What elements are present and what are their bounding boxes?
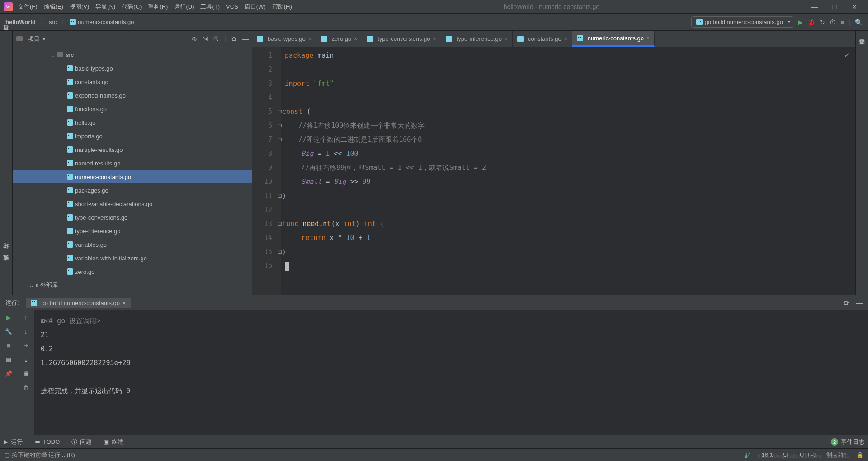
lock-icon[interactable]: 🔒 (856, 452, 863, 458)
tree-file[interactable]: functions.go (13, 102, 252, 116)
pin-icon[interactable]: 📌 (5, 370, 12, 377)
todo-tool-button[interactable]: ≔ TODO (34, 438, 60, 445)
tree-external-libs[interactable]: ⌄⫾ 外部库 (13, 278, 252, 292)
editor-tab[interactable]: numeric-constants.go× (572, 31, 655, 47)
tree-file[interactable]: packages.go (13, 183, 252, 197)
tree-file[interactable]: basic-types.go (13, 61, 252, 75)
hide-icon[interactable]: — (856, 299, 863, 306)
coverage-icon[interactable]: ↻ (820, 19, 825, 26)
tree-folder-src[interactable]: ⌄src (13, 48, 252, 61)
run-tab[interactable]: go build numeric-constants.go × (26, 298, 131, 308)
search-icon[interactable]: 🔍 (855, 19, 863, 26)
profile-icon[interactable]: ⏱ (830, 19, 836, 26)
down-arrow-icon[interactable]: ↓ (24, 328, 28, 335)
tree-file[interactable]: variables.go (13, 238, 252, 251)
print-icon[interactable]: 🖶 (23, 370, 29, 377)
run-tool-buttons-right: ↑ ↓ ⇥ ⤓ 🖶 🗑 (17, 310, 34, 435)
layout-icon[interactable]: ▤ (6, 356, 11, 363)
run-tool-button[interactable]: ▶ 运行 (4, 438, 23, 446)
editor-tab[interactable]: zero.go× (316, 31, 362, 47)
problems-tool-button[interactable]: ⓘ 问题 (71, 438, 92, 446)
editor-gutter: 12345678910111213141516 (252, 47, 281, 295)
locate-icon[interactable]: ⊕ (192, 35, 197, 42)
expand-all-icon[interactable]: ⇲ (203, 35, 208, 42)
tree-file[interactable]: multiple-results.go (13, 143, 252, 156)
tree-file[interactable]: exported-names.go (13, 89, 252, 102)
editor-area: basic-types.go×zero.go×type-conversions.… (252, 31, 855, 295)
tree-file[interactable]: short-variable-declarations.go (13, 197, 252, 211)
editor-tabs: basic-types.go×zero.go×type-conversions.… (252, 31, 855, 47)
soft-wrap-icon[interactable]: ⇥ (24, 342, 28, 349)
collapse-all-icon[interactable]: ⇱ (213, 35, 219, 42)
run-tool-window: 运行: go build numeric-constants.go × ✿ — … (0, 295, 868, 435)
tree-file[interactable]: type-inference.go (13, 224, 252, 238)
stop-icon[interactable]: ■ (840, 19, 844, 26)
debug-button-icon[interactable]: 🐞 (807, 19, 815, 26)
menu-tools[interactable]: 工具(T) (200, 3, 220, 11)
menu-code[interactable]: 代码(C) (122, 3, 142, 11)
window-maximize-icon[interactable]: □ (825, 3, 844, 10)
menu-edit[interactable]: 编辑(E) (44, 3, 63, 11)
tree-file[interactable]: constants.go (13, 75, 252, 89)
close-icon[interactable]: × (354, 36, 357, 42)
run-output[interactable]: ⊞<4 go 设置调用>210.21.2676506002282295e+29 … (34, 310, 868, 435)
breadcrumb-root[interactable]: helloWorld (5, 19, 36, 25)
menu-navigate[interactable]: 导航(N) (95, 3, 115, 11)
window-close-icon[interactable]: ✕ (844, 3, 864, 10)
tree-file[interactable]: zero.go (13, 265, 252, 278)
menu-run[interactable]: 运行(U) (174, 3, 194, 11)
trash-icon[interactable]: 🗑 (23, 384, 29, 391)
close-icon[interactable]: × (433, 36, 436, 42)
editor-code[interactable]: package mainimport "fmt"⊟const (⊟ //将1左移… (281, 47, 855, 295)
go-file-icon (70, 19, 76, 25)
close-icon[interactable]: × (123, 300, 126, 306)
status-bar: ▢ 按下键的前缀 运行... (R) 𝕍 16:1 LF UTF-8 制表符* … (0, 448, 868, 461)
wrench-icon[interactable]: 🔧 (5, 328, 12, 335)
tree-file[interactable]: imports.go (13, 129, 252, 143)
window-minimize-icon[interactable]: — (805, 3, 825, 10)
go-file-icon (31, 300, 37, 306)
tree-sdk[interactable]: ›⬢ Go SDK 1.16.2 (13, 292, 252, 295)
inspection-ok-icon: ✔ (844, 51, 849, 59)
go-file-icon (696, 19, 703, 25)
project-sidebar: 项目 ▾ ⊕ ⇲ ⇱ | ✿ — ⌄srcbasic-types.goconst… (13, 31, 252, 295)
editor-tab[interactable]: type-inference.go× (441, 31, 513, 47)
rerun-icon[interactable]: ▶ (6, 314, 11, 321)
close-icon[interactable]: × (646, 35, 650, 41)
menu-vcs[interactable]: VCS (226, 3, 238, 10)
tree-file[interactable]: type-conversions.go (13, 211, 252, 224)
editor-tab[interactable]: type-conversions.go× (362, 31, 441, 47)
editor-tab[interactable]: constants.go× (513, 31, 572, 47)
title-bar: G 文件(F) 编辑(E) 视图(V) 导航(N) 代码(C) 重构(R) 运行… (0, 0, 868, 14)
close-icon[interactable]: × (505, 36, 508, 42)
editor-body[interactable]: 12345678910111213141516 package mainimpo… (252, 47, 855, 295)
menu-window[interactable]: 窗口(W) (245, 3, 266, 11)
gear-icon[interactable]: ✿ (231, 35, 237, 42)
breadcrumb-file[interactable]: numeric-constants.go (70, 19, 134, 26)
terminal-tool-button[interactable]: ▣ 终端 (104, 438, 123, 446)
run-button-icon[interactable]: ▶ (798, 19, 803, 26)
stop-icon[interactable]: ■ (7, 342, 10, 349)
run-config-selector[interactable]: go build numeric-constants.go (691, 16, 793, 28)
event-log-button[interactable]: 2 事件日志 (831, 438, 864, 446)
close-icon[interactable]: × (564, 36, 567, 42)
menu-help[interactable]: 帮助(H) (272, 3, 292, 11)
hide-icon[interactable]: — (242, 35, 249, 42)
tree-file[interactable]: hello.go (13, 116, 252, 129)
menu-view[interactable]: 视图(V) (70, 3, 89, 11)
project-tree[interactable]: ⌄srcbasic-types.goconstants.goexported-n… (13, 47, 252, 295)
tree-file[interactable]: numeric-constants.go (13, 170, 252, 183)
editor-tab[interactable]: basic-types.go× (252, 31, 316, 47)
breadcrumb-src[interactable]: src (49, 19, 57, 25)
menu-file[interactable]: 文件(F) (18, 3, 38, 11)
up-arrow-icon[interactable]: ↑ (24, 314, 28, 321)
menu-refactor[interactable]: 重构(R) (148, 3, 168, 11)
scroll-end-icon[interactable]: ⤓ (24, 356, 28, 363)
tree-file[interactable]: named-results.go (13, 156, 252, 170)
close-icon[interactable]: × (308, 36, 311, 42)
sidebar-title: 项目 (28, 35, 40, 43)
folder-icon (16, 36, 23, 41)
gear-icon[interactable]: ✿ (844, 299, 849, 306)
breadcrumb-separator: 〉 (61, 18, 67, 26)
tree-file[interactable]: variables-with-initializers.go (13, 251, 252, 265)
